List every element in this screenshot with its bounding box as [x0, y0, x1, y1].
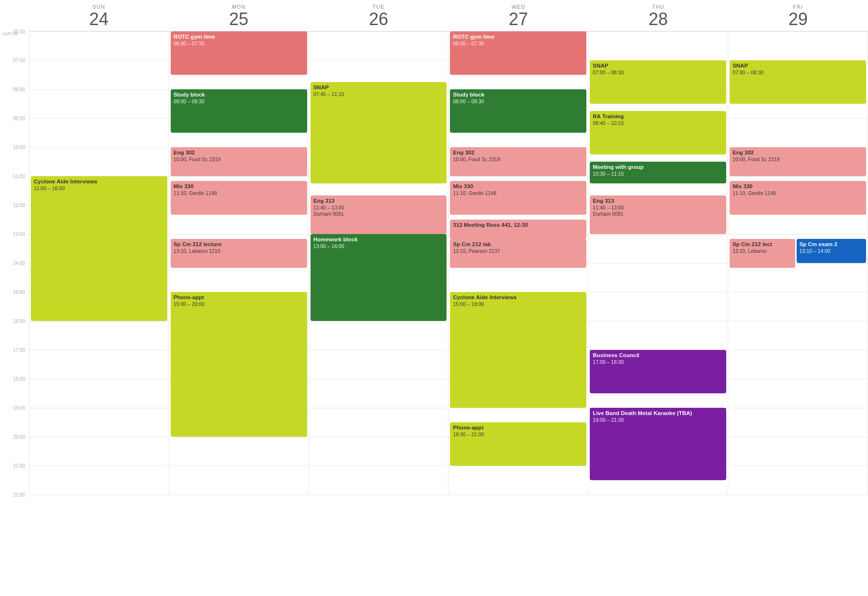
event-time: 08:00 – 09:30: [453, 98, 583, 105]
hour-line-14: [309, 437, 448, 437]
event-liveband-thu[interactable]: Live Band Death Metal Karaoke (TBA)19:00…: [590, 408, 726, 480]
event-phone-mon[interactable]: Phone-appt15:00 – 20:00: [171, 292, 307, 437]
time-label-12: 12:00: [13, 202, 25, 208]
event-title: ROTC gym time: [174, 33, 304, 41]
event-time: 08:00 – 09:30: [174, 98, 304, 105]
event-time: 11:40 – 13:00: [313, 205, 444, 211]
event-title: ROTC gym time: [453, 33, 583, 41]
hour-line-1: [309, 60, 448, 61]
hour-line-13: [448, 408, 588, 408]
hour-line-5: [448, 176, 588, 177]
event-phone-wed[interactable]: Phone-appt19:30 – 21:00: [450, 422, 586, 466]
body-area: GMT-0606:0007:0008:0009:0010:0011:0012:0…: [0, 31, 868, 495]
event-cyclone-wed[interactable]: Cyclone Aide Interviews15:00 – 19:00: [450, 292, 586, 408]
day-col-tue: SNAP07:45 – 11:15Eng 31311:40 – 13:00Dur…: [309, 31, 448, 495]
hour-line-16: [588, 495, 728, 495]
hour-line-7: [169, 234, 309, 235]
hour-line-0: [588, 31, 728, 32]
day-header-mon: MON 25: [169, 0, 309, 31]
day-col-thu: SNAP07:00 – 08:30RA Training08:45 – 10:1…: [588, 31, 728, 495]
event-title: Live Band Death Metal Karaoke (TBA): [593, 410, 723, 417]
hour-line-1: [29, 60, 169, 61]
time-label-19: 19:00: [13, 405, 25, 410]
event-time: 15:00 – 20:00: [174, 301, 304, 308]
event-snap-tue[interactable]: SNAP07:45 – 11:15: [311, 82, 447, 183]
day-col-fri: SNAP07:00 – 08:30Eng 30210:00, Food Sc 2…: [728, 31, 868, 495]
hour-line-14: [29, 437, 169, 437]
event-mis330-wed[interactable]: Mis 33011:10, Gerdin 1148: [450, 181, 586, 215]
event-rotc-mon[interactable]: ROTC gym time06:00 – 07:30: [171, 31, 307, 75]
event-time: 07:00 – 08:30: [593, 69, 723, 76]
event-ra-thu[interactable]: RA Training08:45 – 10:15: [590, 111, 726, 154]
event-snap-thu[interactable]: SNAP07:00 – 08:30: [590, 60, 726, 104]
event-time: 06:00 – 07:30: [174, 41, 304, 47]
hour-line-5: [169, 176, 309, 177]
hour-line-13: [728, 408, 868, 408]
time-label-10: 10:00: [13, 144, 25, 150]
event-title: Sp Cm 212 lect: [732, 241, 792, 248]
time-label-13: 13:00: [13, 231, 25, 236]
event-spcm212-mon[interactable]: Sp Cm 212 lecture13:10, Lebaron 1210: [171, 239, 307, 268]
hour-line-11: [728, 350, 868, 350]
event-spcm212lec-fri[interactable]: Sp Cm 212 lect13:10, Lebaron: [730, 239, 795, 268]
event-time: 11:10, Gerdin 1148: [174, 190, 304, 197]
hour-line-12: [29, 379, 169, 379]
event-title: SNAP: [732, 62, 863, 69]
hour-line-15: [29, 466, 169, 466]
event-meeting313-wed[interactable]: 313 Meeting Ross 441, 12:30: [450, 220, 586, 239]
event-spcmexam-fri[interactable]: Sp Cm exam 213:10 – 14:00: [797, 239, 866, 263]
event-homework-tue[interactable]: Homework block13:00 – 16:00: [311, 234, 447, 321]
hour-line-14: [728, 437, 868, 437]
hour-line-14: [169, 437, 309, 437]
event-time: 08:45 – 10:15: [593, 120, 723, 127]
event-mis330-mon[interactable]: Mis 33011:10, Gerdin 1148: [171, 181, 307, 215]
event-title: Sp Cm 212 lecture: [174, 241, 304, 248]
time-gutter: GMT-0606:0007:0008:0009:0010:0011:0012:0…: [0, 31, 29, 495]
event-title: RA Training: [593, 113, 723, 120]
hour-line-12: [728, 379, 868, 379]
event-title: Business Council: [593, 352, 723, 359]
event-title: Study block: [174, 91, 304, 98]
event-eng302-mon[interactable]: Eng 30210:00, Food Sc 2319: [171, 147, 307, 176]
event-meeting-thu[interactable]: Meeting with group10:30 – 11:15: [590, 162, 726, 183]
event-rotc-wed[interactable]: ROTC gym time06:00 – 07:30: [450, 31, 586, 75]
day-header-fri: FRI 29: [728, 0, 868, 31]
time-label-15: 15:00: [13, 289, 25, 294]
hour-line-10: [728, 321, 868, 321]
event-snap-fri[interactable]: SNAP07:00 – 08:30: [730, 60, 866, 104]
hour-line-15: [728, 466, 868, 466]
hour-line-0: [309, 31, 448, 32]
event-study-mon[interactable]: Study block08:00 – 09:30: [171, 89, 307, 133]
event-eng302-wed[interactable]: Eng 30210:00, Food Sc 2319: [450, 147, 586, 176]
hour-line-5: [728, 176, 868, 177]
event-eng313-tue[interactable]: Eng 31311:40 – 13:00Durham 0091: [311, 195, 447, 234]
event-title: Cyclone Aide Interviews: [34, 178, 164, 185]
hour-line-15: [309, 466, 448, 466]
time-label-22: 22:00: [13, 492, 25, 497]
event-time: 10:00, Food Sc 2319: [174, 156, 304, 163]
hour-line-10: [588, 321, 728, 321]
event-cyclone-sun[interactable]: Cyclone Aide Interviews11:00 – 16:00: [31, 176, 167, 321]
day-header-tue: TUE 26: [309, 0, 448, 31]
hour-line-16: [448, 495, 588, 495]
event-title: SNAP: [593, 62, 723, 69]
event-title: Sp Cm 212 lab: [453, 241, 583, 248]
event-location: Durham 0091: [593, 211, 723, 218]
event-time: 07:45 – 11:15: [313, 91, 444, 98]
event-time: 15:00 – 19:00: [453, 301, 583, 308]
time-label-16: 16:00: [13, 318, 25, 323]
hour-line-10: [309, 321, 448, 321]
event-title: Eng 302: [453, 149, 583, 156]
event-time: 19:00 – 21:30: [593, 417, 723, 424]
event-time: 17:00 – 18:30: [593, 359, 723, 366]
hour-line-15: [448, 466, 588, 466]
day-num: 24: [29, 10, 169, 29]
event-eng313-thu[interactable]: Eng 31311:40 – 13:00Durham 0091: [590, 195, 726, 234]
event-eng302-fri[interactable]: Eng 30210:00, Food Sc 2319: [730, 147, 866, 176]
event-study-wed[interactable]: Study block08:00 – 09:30: [450, 89, 586, 133]
event-time: 13:00 – 16:00: [313, 243, 444, 250]
event-title: Sp Cm exam 2: [800, 241, 863, 248]
event-spcm212lab-wed[interactable]: Sp Cm 212 lab13:10, Pearson 2137: [450, 239, 586, 268]
event-mis330-fri[interactable]: Mis 33011:10, Gerdin 1148: [730, 181, 866, 215]
event-business-thu[interactable]: Business Council17:00 – 18:30: [590, 350, 726, 393]
